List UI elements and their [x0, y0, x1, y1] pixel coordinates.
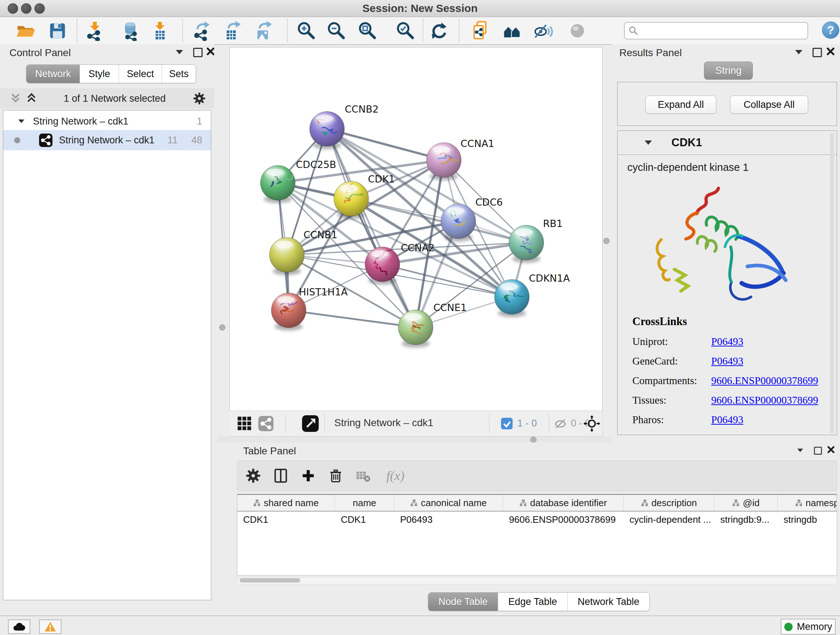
column-header-label: namespace	[806, 497, 837, 509]
network-graph[interactable]: CCNB2CCNA1CDC25BCDK1CDC6RB1CCNB1CCNA2CDK…	[230, 48, 602, 410]
refresh-button[interactable]	[428, 19, 450, 42]
export-table-button[interactable]	[222, 19, 245, 42]
results-scrollbar[interactable]	[831, 133, 834, 433]
table-settings-button[interactable]	[242, 464, 265, 487]
column-header-canonical-name[interactable]: canonical name	[394, 495, 503, 511]
title-bar: Session: New Session	[0, 0, 840, 17]
crosslink-value-link[interactable]: P06493	[711, 336, 744, 348]
search-input[interactable]	[641, 24, 806, 37]
network-node-ccna1[interactable]: CCNA1	[426, 138, 494, 180]
tab-network-table[interactable]: Network Table	[568, 593, 650, 611]
eye-slash-icon	[533, 21, 554, 41]
network-node-ccnb1[interactable]: CCNB1	[270, 229, 338, 275]
panel-menu-caret-icon[interactable]	[795, 50, 802, 54]
results-tab-string[interactable]: String	[704, 62, 753, 80]
zoom-out-icon	[326, 21, 347, 41]
panel-float-icon[interactable]	[193, 48, 202, 57]
cdk1-collapse-caret-icon[interactable]	[645, 141, 652, 145]
zoom-selected-button[interactable]	[394, 19, 417, 42]
node-label-ccna1: CCNA1	[461, 138, 494, 149]
panel-menu-caret-icon[interactable]	[797, 448, 803, 452]
birds-eye-view-icon[interactable]	[302, 415, 319, 432]
pan-crosshair-icon[interactable]	[583, 415, 600, 432]
plus-icon	[299, 467, 317, 485]
network-node-rb1[interactable]: RB1	[509, 218, 562, 263]
open-session-button[interactable]	[14, 19, 37, 42]
columns-icon	[272, 467, 290, 485]
warnings-button[interactable]	[39, 619, 62, 634]
panel-float-icon[interactable]	[814, 447, 822, 455]
results-panel: Results Panel String Expand All Collapse…	[611, 44, 840, 442]
zoom-selected-icon	[395, 21, 416, 41]
crosslink-label: GeneCard:	[632, 355, 711, 367]
export-network-button[interactable]	[191, 19, 213, 42]
collapse-all-button[interactable]: Collapse All	[730, 96, 808, 114]
panel-close-icon[interactable]	[206, 47, 215, 56]
cloud-status-button[interactable]	[8, 619, 30, 634]
hide-panels-button[interactable]	[532, 19, 554, 42]
node-label-ccnb2: CCNB2	[345, 103, 379, 115]
memory-button[interactable]: Memory	[781, 619, 836, 635]
crosslinks-section: CrossLinks Uniprot:P06493GeneCard:P06493…	[632, 315, 828, 426]
table-scrollbar-handle[interactable]	[240, 578, 300, 583]
save-session-button[interactable]	[46, 19, 69, 42]
panel-float-icon[interactable]	[813, 48, 822, 57]
node-label-ccne1: CCNE1	[433, 302, 467, 313]
export-image-button[interactable]	[253, 19, 276, 42]
inspect-button[interactable]	[566, 19, 589, 42]
column-header-description[interactable]: description	[624, 495, 714, 511]
tab-sets[interactable]: Sets	[162, 65, 196, 83]
delete-column-button[interactable]	[324, 464, 347, 487]
left-splitter-handle[interactable]	[219, 325, 225, 331]
hidden-eye-slash-icon[interactable]	[554, 418, 567, 429]
zoom-fit-button[interactable]	[356, 19, 379, 42]
tree-expand-caret-icon[interactable]	[19, 119, 25, 123]
import-table-button[interactable]	[149, 19, 171, 42]
tab-edge-table[interactable]: Edge Table	[498, 593, 568, 611]
expand-all-button[interactable]: Expand All	[645, 96, 716, 114]
network-node-ccne1[interactable]: CCNE1	[398, 302, 467, 348]
selected-checkbox-icon[interactable]	[501, 418, 513, 429]
import-network-button[interactable]	[84, 19, 106, 42]
help-button[interactable]: ?	[822, 21, 839, 39]
zoom-out-button[interactable]	[325, 19, 347, 42]
string-view-icon[interactable]	[258, 416, 273, 431]
crosslink-value-link[interactable]: P06493	[711, 355, 744, 367]
tab-node-table[interactable]: Node Table	[428, 593, 498, 611]
network-canvas[interactable]: CCNB2CCNA1CDC25BCDK1CDC6RB1CCNB1CCNA2CDK…	[229, 47, 603, 411]
crosslink-value-link[interactable]: 9606.ENSP00000378699	[711, 375, 818, 386]
panel-close-icon[interactable]	[827, 446, 835, 454]
column-header-namespace[interactable]: namespace	[778, 495, 837, 511]
network-collection-row[interactable]: String Network – cdk1 1	[3, 112, 211, 130]
zoom-in-button[interactable]	[295, 19, 317, 42]
column-header--id[interactable]: @id	[714, 495, 778, 511]
crosslink-value-link[interactable]: 9606.ENSP00000378699	[711, 394, 818, 406]
right-splitter-handle[interactable]	[603, 238, 609, 244]
home-button[interactable]	[501, 19, 523, 42]
column-header-database-identifier[interactable]: database identifier	[503, 495, 624, 511]
network-edge[interactable]	[289, 310, 416, 327]
panel-close-icon[interactable]	[826, 47, 835, 56]
tab-network[interactable]: Network	[27, 65, 80, 83]
crosslink-value-link[interactable]: P06493	[711, 414, 744, 426]
grid-view-icon[interactable]	[237, 416, 252, 431]
add-column-button[interactable]	[297, 464, 320, 487]
import-network-from-database-button[interactable]	[119, 19, 141, 42]
gear-icon[interactable]	[192, 91, 207, 106]
column-header-shared-name[interactable]: shared name	[237, 495, 335, 511]
horizontal-splitter-handle[interactable]	[531, 437, 537, 443]
main-toolbar: ?	[0, 17, 840, 45]
tab-select[interactable]: Select	[119, 65, 162, 83]
show-columns-button[interactable]	[269, 464, 292, 487]
node-label-hist1h1a: HIST1H1A	[299, 287, 348, 298]
collapse-all-chevrons-icon[interactable]	[9, 92, 22, 105]
share-document-button[interactable]	[470, 19, 493, 42]
expand-all-chevrons-icon[interactable]	[25, 92, 38, 105]
panel-menu-caret-icon[interactable]	[176, 50, 183, 54]
tab-style[interactable]: Style	[80, 65, 119, 83]
network-node-hist1h1a[interactable]: HIST1H1A	[271, 287, 348, 331]
column-header-name[interactable]: name	[335, 495, 394, 511]
control-panel-title: Control Panel	[9, 47, 71, 59]
network-node-cdkn1a[interactable]: CDKN1A	[494, 272, 570, 317]
network-row-selected[interactable]: String Network – cdk1 11 48	[3, 130, 211, 150]
